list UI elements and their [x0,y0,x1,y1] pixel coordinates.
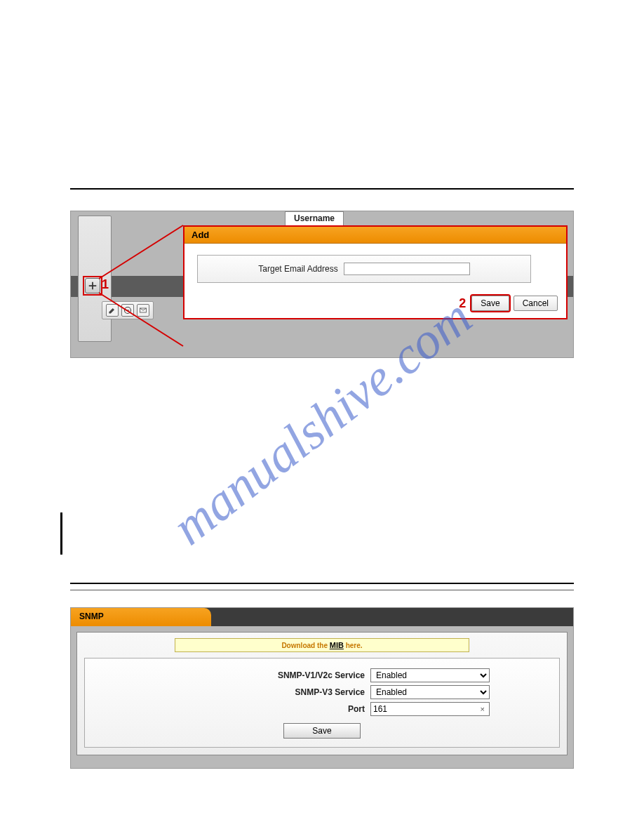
snmp-v3-label: SNMP-V3 Service [154,687,365,697]
screenshot-add-dialog: Username 1 Add Target Email [70,211,574,358]
svg-line-2 [99,225,183,279]
snmp-v3-select[interactable]: Enabled [370,685,490,699]
snmp-port-label: Port [154,704,365,714]
snmp-v1v2c-label: SNMP-V1/V2c Service [154,670,365,680]
target-email-input[interactable] [344,263,470,275]
clear-icon[interactable]: × [478,705,487,713]
add-button[interactable] [85,278,100,293]
callout-marker-1: 1 [102,277,109,292]
plus-icon [88,281,98,291]
banner-text-download: Download the [281,642,328,649]
tab-bar: SNMP [71,608,573,626]
target-email-label: Target Email Address [258,264,337,274]
edit-icon[interactable] [106,304,119,317]
add-dialog: Add Target Email Address 2 Save Cancel [183,225,568,319]
save-button[interactable]: Save [471,296,509,311]
dialog-titlebar: Add [185,227,566,244]
mib-link[interactable]: MIB [330,641,344,649]
divider [70,583,574,584]
mail-icon[interactable] [137,304,149,317]
column-header-username: Username [285,211,344,226]
snmp-v1v2c-select[interactable]: Enabled [370,668,490,682]
action-icon-row [102,301,154,319]
screenshot-snmp-panel: SNMP Download the MIB here. SNMP-V1/V2c … [70,607,574,769]
cancel-button[interactable]: Cancel [514,296,558,311]
snmp-save-button[interactable]: Save [283,723,360,739]
field-group: Target Email Address [197,255,531,283]
tab-snmp[interactable]: SNMP [71,608,211,626]
callout-marker-2: 2 [459,296,466,311]
delete-icon[interactable] [121,304,134,317]
snmp-form: SNMP-V1/V2c Service Enabled SNMP-V3 Serv… [84,658,560,748]
section-heading-bracket [70,512,574,555]
mib-download-banner: Download the MIB here. [175,638,469,652]
snmp-port-input[interactable]: 161 × [370,702,490,716]
banner-text-here: here. [346,642,363,649]
divider [70,590,574,590]
divider [70,188,574,190]
port-value: 161 [373,704,387,714]
